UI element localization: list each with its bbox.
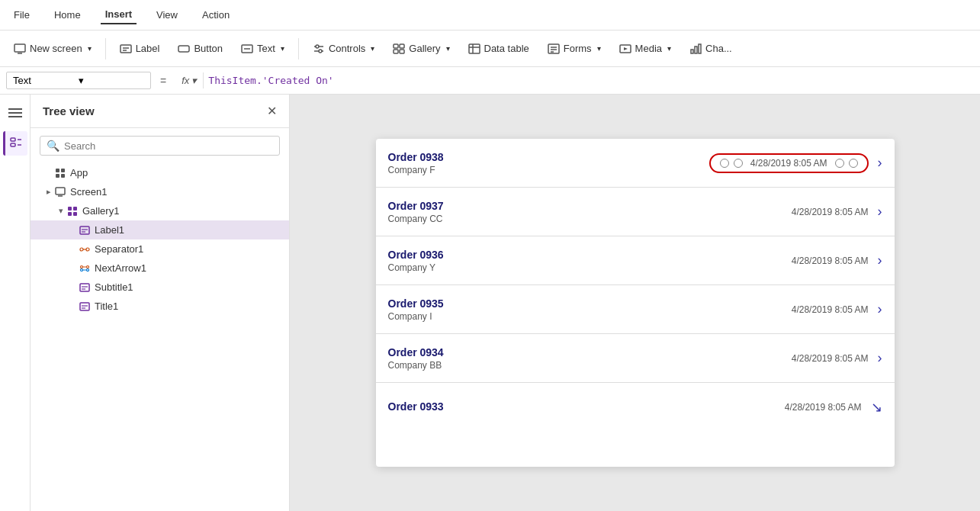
forms-button[interactable]: Forms▾ [540,39,609,59]
tree-item-gallery1[interactable]: ▾ Gallery1 [31,201,289,220]
control-node-tr[interactable] [835,159,844,168]
tree-header: Tree view ✕ [31,95,289,128]
controls-button[interactable]: Controls▾ [305,39,382,59]
menu-insert[interactable]: Insert [101,5,137,24]
gallery-item-2[interactable]: Order 0936 Company Y 4/28/2019 8:05 AM › [376,236,895,285]
svg-point-54 [87,268,89,271]
gallery-icon [67,206,78,217]
menu-action[interactable]: Action [198,6,234,24]
gallery-item-subtitle-0: Company F [388,165,709,175]
gallery-item-date-5: 4/28/2019 8:05 AM [785,402,862,413]
separator1-label: Separator1 [95,243,143,255]
svg-rect-0 [14,44,25,52]
formula-dropdown[interactable]: Text ▾ [6,72,151,89]
gallery-item-0[interactable]: Order 0938 Company F 4/28/2019 8:05 AM [376,139,895,188]
tree-item-subtitle1[interactable]: Subtitle1 [31,278,289,297]
gallery-item-1[interactable]: Order 0937 Company CC 4/28/2019 8:05 AM … [376,188,895,236]
menu-view[interactable]: View [152,6,182,24]
svg-rect-37 [56,174,59,178]
forms-icon [548,43,560,55]
gallery-item-4[interactable]: Order 0934 Company BB 4/28/2019 8:05 AM … [376,334,895,383]
svg-rect-45 [80,227,89,234]
app-frame: Order 0938 Company F 4/28/2019 8:05 AM [376,139,895,467]
canvas-area: Order 0938 Company F 4/28/2019 8:05 AM [290,95,980,511]
tree-title: Tree view [43,104,95,117]
data-table-button[interactable]: Data table [461,39,537,59]
control-node-br[interactable] [849,159,858,168]
gallery-item-title-5: Order 0933 [388,400,785,413]
title-label-icon [79,301,90,312]
tree-items: App ▸ Screen1 ▾ Gallery1 [31,163,289,511]
controls-icon [313,43,325,55]
svg-point-51 [81,265,83,268]
gallery-icon [393,43,405,55]
gallery-item-arrow-4[interactable]: › [878,350,882,366]
tree-item-separator1[interactable]: Separator1 [31,239,289,259]
gallery-item-title-0: Order 0938 [388,151,709,163]
svg-point-52 [87,265,89,268]
tree-view-icon[interactable] [3,131,27,156]
svg-point-11 [319,50,322,53]
tree-search-input[interactable] [64,140,273,152]
svg-rect-26 [695,47,697,53]
gallery-item-info-3: Order 0935 Company I [388,297,792,322]
gallery-item-arrow-0[interactable]: › [878,155,882,171]
subtitle-label-icon [79,282,90,293]
charts-button[interactable]: Cha... [682,39,740,59]
gallery-item-title-1: Order 0937 [388,200,792,212]
gallery-item-info-0: Order 0938 Company F [388,151,709,175]
gallery-item-date-4: 4/28/2019 8:05 AM [792,353,869,364]
svg-rect-25 [691,50,693,53]
tree-item-app[interactable]: App [31,163,289,182]
toolbar-divider-1 [105,38,106,59]
control-node-bl[interactable] [734,159,743,168]
svg-point-48 [80,248,83,251]
gallery-item-info-5: Order 0933 [388,400,785,414]
toolbar-divider-2 [298,38,299,59]
gallery-item-title-4: Order 0934 [388,346,792,358]
chevron-down-icon: ▾ [79,75,144,86]
svg-rect-42 [73,207,77,211]
svg-rect-39 [56,188,65,194]
search-icon: 🔍 [47,140,59,152]
svg-rect-27 [699,44,701,53]
fx-button[interactable]: fx ▾ [175,72,204,88]
svg-rect-36 [61,169,65,172]
button-icon [178,43,190,55]
new-screen-button[interactable]: New screen▾ [6,39,99,59]
media-button[interactable]: Media▾ [612,39,679,59]
control-node-tl[interactable] [720,159,729,168]
menu-file[interactable]: File [9,6,34,24]
tree-item-title1[interactable]: Title1 [31,297,289,316]
fx-chevron-icon: ▾ [191,75,197,86]
tree-item-nextarrow1[interactable]: NextArrow1 [31,259,289,278]
label1-label: Label1 [95,224,124,236]
hamburger-menu-icon[interactable] [3,101,27,125]
gallery-item-arrow-3[interactable]: › [878,301,882,317]
tree-panel: Tree view ✕ 🔍 App ▸ [31,95,290,511]
tree-close-button[interactable]: ✕ [267,104,277,118]
label-icon [120,43,132,55]
formula-input[interactable] [208,75,974,86]
svg-rect-32 [11,143,15,146]
svg-rect-12 [394,44,398,48]
menu-home[interactable]: Home [50,6,85,24]
gallery-item-arrow-5[interactable]: ↘ [871,399,882,416]
tree-search-box[interactable]: 🔍 [40,136,280,156]
svg-point-53 [81,268,83,271]
screen-icon [14,43,26,55]
gallery-item-3[interactable]: Order 0935 Company I 4/28/2019 8:05 AM › [376,285,895,334]
button-button[interactable]: Button [170,39,230,59]
tree-item-label1[interactable]: Label1 [31,220,289,239]
gallery-button[interactable]: Gallery▾ [385,39,457,59]
subtitle1-label: Subtitle1 [95,281,133,293]
label-button[interactable]: Label [112,39,168,59]
gallery-item-5[interactable]: Order 0933 4/28/2019 8:05 AM ↘ [376,383,895,432]
tree-item-screen1[interactable]: ▸ Screen1 [31,182,289,201]
app-icon [55,168,66,178]
gallery-item-date-1: 4/28/2019 8:05 AM [792,207,869,217]
svg-rect-41 [68,207,72,211]
gallery-item-arrow-2[interactable]: › [878,252,882,268]
text-button[interactable]: Text▾ [233,39,292,59]
gallery-item-arrow-1[interactable]: › [878,204,882,220]
